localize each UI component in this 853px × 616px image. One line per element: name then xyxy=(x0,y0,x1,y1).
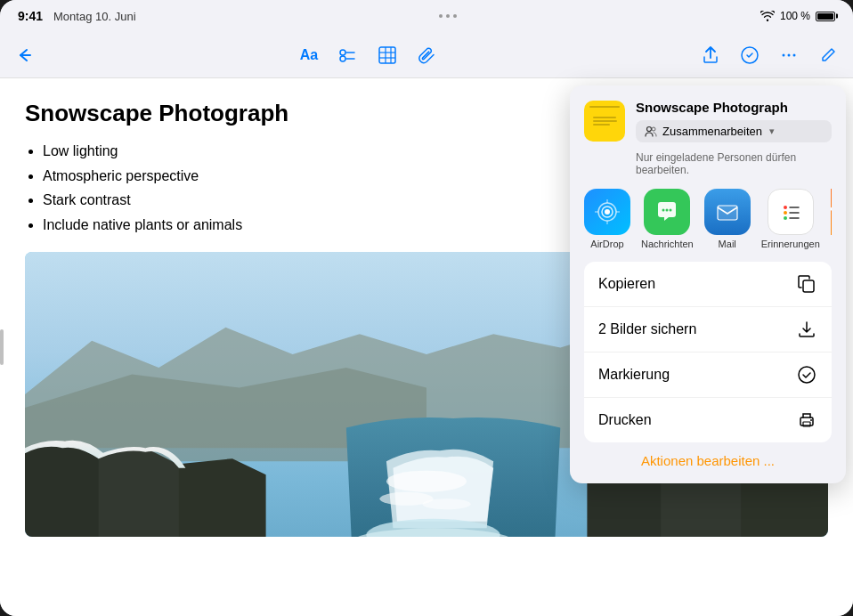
ipad-frame: 9:41 Montag 10. Juni 100 % xyxy=(0,0,853,616)
share-note-icon xyxy=(584,101,625,142)
share-apps: AirDrop Nachrichten xyxy=(584,189,832,249)
share-note-title: Snowscape Photograph xyxy=(636,100,832,115)
status-bar: 9:41 Montag 10. Juni 100 % xyxy=(0,0,853,32)
svg-point-11 xyxy=(783,53,785,56)
svg-point-30 xyxy=(666,209,669,212)
time: 9:41 xyxy=(18,9,43,23)
toolbar: Aa xyxy=(0,32,853,78)
wifi-icon xyxy=(760,11,775,21)
print-action[interactable]: Drucken xyxy=(584,398,832,442)
svg-point-44 xyxy=(810,419,812,421)
svg-point-31 xyxy=(670,209,672,212)
reminders-icon xyxy=(768,189,814,235)
svg-point-35 xyxy=(784,211,787,215)
main-content: Snowscape Photograph Low lighting Atmosp… xyxy=(0,78,853,616)
svg-point-13 xyxy=(793,53,796,56)
left-edge-handle xyxy=(0,329,4,365)
save-images-label: 2 Bilder sichern xyxy=(598,321,696,337)
person-group-icon xyxy=(645,126,657,138)
battery-icon xyxy=(816,12,835,21)
svg-rect-5 xyxy=(379,47,395,63)
status-center xyxy=(439,14,457,18)
back-button[interactable] xyxy=(14,45,36,66)
copy-action[interactable]: Kopieren xyxy=(584,262,832,307)
messages-button[interactable]: Nachrichten xyxy=(641,189,694,249)
edit-actions-link[interactable]: Aktionen bearbeiten ... xyxy=(641,453,775,468)
share-actions: Kopieren 2 Bilder sichern xyxy=(584,262,832,442)
share-collab-button[interactable]: Zusammenarbeiten ▾ xyxy=(636,120,832,142)
airdrop-button[interactable]: AirDrop xyxy=(584,189,630,249)
share-permission: Nur eingeladene Personen dürfen bearbeit… xyxy=(584,151,832,176)
mail-label: Mail xyxy=(719,239,736,249)
svg-point-28 xyxy=(605,209,610,215)
more-button[interactable] xyxy=(778,45,800,66)
share-header: Snowscape Photograph Zusammenarbeiten ▾ xyxy=(584,100,832,142)
copy-icon xyxy=(796,273,817,295)
attach-button[interactable] xyxy=(416,45,437,66)
status-right: 100 % xyxy=(760,10,835,22)
save-images-action[interactable]: 2 Bilder sichern xyxy=(584,307,832,353)
airdrop-icon xyxy=(584,189,630,235)
mail-button[interactable]: Mail xyxy=(704,189,751,249)
print-label: Drucken xyxy=(598,412,652,428)
edit-actions-container: Aktionen bearbeiten ... xyxy=(584,442,832,469)
messages-label: Nachrichten xyxy=(641,239,694,249)
svg-point-24 xyxy=(647,126,652,131)
svg-point-15 xyxy=(386,471,467,492)
dot1 xyxy=(439,14,443,18)
status-left: 9:41 Montag 10. Juni xyxy=(18,9,136,23)
markup-button[interactable] xyxy=(739,45,760,66)
svg-point-12 xyxy=(788,53,791,56)
table-button[interactable] xyxy=(377,45,398,66)
download-icon xyxy=(796,319,817,340)
svg-point-29 xyxy=(662,209,665,212)
share-button[interactable] xyxy=(700,45,721,66)
toolbar-center: Aa xyxy=(298,45,437,66)
svg-point-1 xyxy=(340,50,345,55)
collab-button-label: Zusammenarbeiten xyxy=(662,125,762,138)
copy-label: Kopieren xyxy=(598,276,655,292)
svg-point-36 xyxy=(784,216,787,220)
chevron-down-icon: ▾ xyxy=(769,126,775,137)
svg-point-34 xyxy=(784,206,787,209)
reminders-button[interactable]: Erinnerungen xyxy=(761,189,820,249)
text-format-button[interactable]: Aa xyxy=(298,45,320,66)
reminders-label: Erinnerungen xyxy=(761,239,820,249)
dot2 xyxy=(446,14,450,18)
svg-rect-32 xyxy=(718,206,737,220)
airdrop-label: AirDrop xyxy=(590,239,623,249)
dot3 xyxy=(453,14,457,18)
svg-point-41 xyxy=(799,367,815,383)
svg-rect-40 xyxy=(803,280,814,292)
markup-action-icon xyxy=(796,364,817,385)
mail-icon xyxy=(704,189,751,235)
messages-icon xyxy=(644,189,690,235)
toolbar-left xyxy=(14,45,36,66)
svg-point-2 xyxy=(340,56,345,61)
share-title-area: Snowscape Photograph Zusammenarbeiten ▾ xyxy=(636,100,832,142)
checklist-button[interactable] xyxy=(337,45,359,66)
share-panel: Snowscape Photograph Zusammenarbeiten ▾ xyxy=(570,85,846,483)
svg-point-17 xyxy=(422,499,470,510)
date: Montag 10. Juni xyxy=(53,10,136,23)
svg-point-25 xyxy=(652,127,655,131)
markup-label: Markierung xyxy=(598,367,670,383)
edit-button[interactable] xyxy=(817,45,839,66)
print-icon xyxy=(796,409,817,431)
battery-label: 100 % xyxy=(780,10,810,22)
toolbar-right xyxy=(700,45,839,66)
markup-action[interactable]: Markierung xyxy=(584,353,832,398)
more-apps-button[interactable] xyxy=(831,189,832,249)
